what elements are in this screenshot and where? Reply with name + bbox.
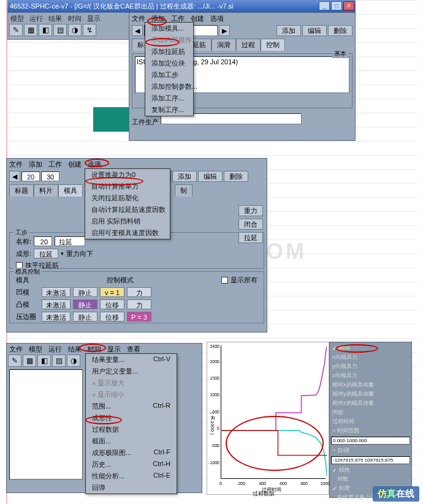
menu-model[interactable]: 模型 bbox=[10, 15, 24, 22]
menu-item-close-bead-plastic[interactable]: 关闭拉延筋塑化 bbox=[85, 192, 170, 204]
side-item[interactable]: 闭锁 bbox=[331, 408, 410, 417]
menu-item-enable-stopper[interactable]: 启用 实际挡料销 bbox=[85, 216, 170, 227]
menu-item-user-var[interactable]: 用户定义变量... bbox=[86, 366, 177, 377]
menu-item-springback[interactable]: 回弹 bbox=[86, 482, 177, 494]
cell-state[interactable]: 静止 bbox=[73, 312, 97, 322]
menu-item-section[interactable]: 截面... bbox=[86, 435, 177, 447]
cell-active[interactable]: 未激活 bbox=[42, 312, 70, 322]
menu-run[interactable]: 运行 bbox=[48, 345, 62, 352]
menu-item-add-ctrlparam[interactable]: 添加控制参数... bbox=[145, 81, 193, 92]
menu-file[interactable]: 文件 bbox=[132, 14, 145, 21]
side-item[interactable]: 相对y的模具动量 bbox=[331, 389, 410, 399]
auto-f-value[interactable]: -1297915.875 1097915.875 bbox=[331, 456, 410, 464]
menu-item-add-mold[interactable]: 添加模具... bbox=[145, 23, 193, 34]
toolbar-icon[interactable]: ◑ bbox=[68, 24, 82, 36]
tab-extra[interactable]: 制 bbox=[175, 184, 192, 197]
check-linear[interactable]: ✔ 线性 bbox=[331, 465, 410, 475]
menu-item-fld[interactable]: 成形极限图...Ctrl-F bbox=[86, 447, 177, 459]
toolbar-icon[interactable]: ▤ bbox=[52, 355, 66, 367]
menu-item-process-data[interactable]: 过程数据 bbox=[86, 424, 177, 435]
menu-display[interactable]: 显示 bbox=[107, 345, 121, 352]
delete-button[interactable]: 删除 bbox=[224, 171, 248, 182]
showall-checkbox[interactable] bbox=[221, 277, 228, 284]
cell-active[interactable]: 未激活 bbox=[42, 299, 70, 309]
toolbar-icon[interactable]: ↯ bbox=[83, 24, 96, 36]
toolbar-icon[interactable]: ◧ bbox=[39, 24, 52, 36]
menu-item-enable-var-speed[interactable]: 启用可变模具速度因数 bbox=[85, 227, 170, 239]
side-item[interactable]: x向模具力 bbox=[331, 353, 410, 362]
menu-options[interactable]: 选项 bbox=[88, 160, 101, 167]
menu-model[interactable]: 模型 bbox=[29, 345, 42, 352]
side-item[interactable]: z向模具力 bbox=[331, 371, 410, 380]
name-text[interactable]: 拉延 bbox=[55, 236, 85, 246]
menu-item-perf[interactable]: 性能分析...Ctrl-E bbox=[86, 470, 177, 482]
toolbar-icon[interactable]: ◧ bbox=[37, 355, 51, 367]
next-button[interactable]: ▶ bbox=[219, 25, 230, 36]
prev-button[interactable]: ◀ bbox=[132, 25, 143, 36]
menu-item-copy-process[interactable]: 复制工序... bbox=[145, 104, 193, 116]
menu-item-no-concave[interactable]: 不加内凹模件... bbox=[145, 34, 193, 46]
menu-work[interactable]: 工作 bbox=[48, 160, 62, 167]
form-value[interactable]: 拉延 bbox=[34, 249, 58, 258]
menu-item-zoom-out[interactable]: » 显示缩小 bbox=[86, 389, 177, 401]
menu-file[interactable]: 文件 bbox=[9, 160, 23, 167]
menu-time[interactable]: 时间 bbox=[88, 345, 101, 352]
cell-state[interactable]: 静止 bbox=[73, 299, 97, 309]
tab-process[interactable]: 过程 bbox=[236, 39, 261, 51]
menu-item-formability[interactable]: 成形性 bbox=[86, 412, 177, 424]
toolbar-icon[interactable]: ◑ bbox=[67, 355, 80, 367]
cell-v[interactable]: v = 1 bbox=[100, 287, 124, 297]
close-button[interactable]: × bbox=[343, 1, 354, 10]
menu-add[interactable]: 添加 bbox=[29, 160, 42, 167]
side-item[interactable]: 过程时间 bbox=[331, 417, 410, 426]
cell-disp[interactable]: 位移 bbox=[100, 312, 124, 322]
tab-mold[interactable]: 模具 bbox=[58, 184, 83, 197]
delete-button[interactable]: 删除 bbox=[328, 25, 352, 36]
menu-item-history[interactable]: 历史...Ctrl-H bbox=[86, 459, 177, 470]
minimize-button[interactable]: _ bbox=[319, 1, 330, 10]
check-log[interactable]: 对数 bbox=[331, 475, 410, 484]
menu-view[interactable]: 查看 bbox=[127, 345, 140, 352]
spin-a[interactable]: 20 bbox=[21, 171, 40, 181]
menu-create[interactable]: 创建 bbox=[191, 14, 204, 21]
menu-result[interactable]: 结果 bbox=[48, 15, 62, 22]
edit-button[interactable]: 编辑 bbox=[302, 25, 327, 36]
toolbar-icon[interactable]: ✎ bbox=[8, 355, 21, 367]
menu-create[interactable]: 创建 bbox=[68, 160, 82, 167]
menu-item-zoom-in[interactable]: » 显示放大 bbox=[86, 377, 177, 389]
menu-item-auto-calc-bead-speed[interactable]: 自动计算拉延筋速度因数 bbox=[85, 204, 170, 216]
tab-blank[interactable]: 料片 bbox=[34, 184, 58, 197]
name-num[interactable]: 20 bbox=[34, 236, 52, 246]
menu-result[interactable]: 结果 bbox=[68, 345, 82, 352]
tab-lube[interactable]: 润滑 bbox=[212, 39, 236, 51]
prev-button[interactable]: ◀ bbox=[9, 171, 20, 182]
menu-item-range[interactable]: 范围...Ctrl-R bbox=[86, 401, 177, 412]
edit-button[interactable]: 编辑 bbox=[198, 171, 223, 182]
maximize-button[interactable]: □ bbox=[331, 1, 342, 10]
menu-item-add-process[interactable]: 添加工序... bbox=[145, 92, 193, 104]
side-item[interactable]: 相对z的模具动量 bbox=[331, 399, 410, 408]
side-gravity[interactable]: 重力 bbox=[238, 205, 263, 216]
side-item[interactable]: y向模具力 bbox=[331, 362, 410, 371]
side-draw[interactable]: 拉延 bbox=[238, 232, 263, 243]
spin-b[interactable]: 30 bbox=[41, 171, 59, 181]
menu-work[interactable]: 工作 bbox=[171, 14, 185, 21]
menu-add[interactable]: 添加 bbox=[151, 14, 165, 21]
toolbar-icon[interactable]: ✎ bbox=[9, 24, 23, 36]
cell-p[interactable]: P = 3 bbox=[127, 312, 151, 322]
side-item-time[interactable]: ✔ 时间 bbox=[331, 344, 410, 353]
time-range-value[interactable]: 0.000 1000.000 bbox=[331, 437, 410, 445]
menu-item-set-force-0[interactable]: 设置推举力为0 bbox=[85, 169, 170, 181]
toolbar-icon[interactable]: ▦ bbox=[23, 355, 36, 367]
menu-run[interactable]: 运行 bbox=[29, 15, 43, 22]
menu-display[interactable]: 显示 bbox=[87, 15, 101, 22]
toolbar-icon[interactable]: ▤ bbox=[53, 24, 67, 36]
cell-active[interactable]: 未激活 bbox=[42, 287, 70, 297]
cell-disp[interactable]: 位移 bbox=[100, 299, 124, 309]
tab-control[interactable]: 控制 bbox=[261, 39, 285, 51]
menu-options[interactable]: 选项 bbox=[210, 14, 224, 21]
side-close[interactable]: 闭合 bbox=[238, 219, 263, 230]
menu-item-add-locator[interactable]: 添加定位块 bbox=[145, 58, 193, 69]
cell-state[interactable]: 静止 bbox=[73, 287, 97, 297]
toolbar-icon[interactable]: ▦ bbox=[24, 24, 37, 36]
